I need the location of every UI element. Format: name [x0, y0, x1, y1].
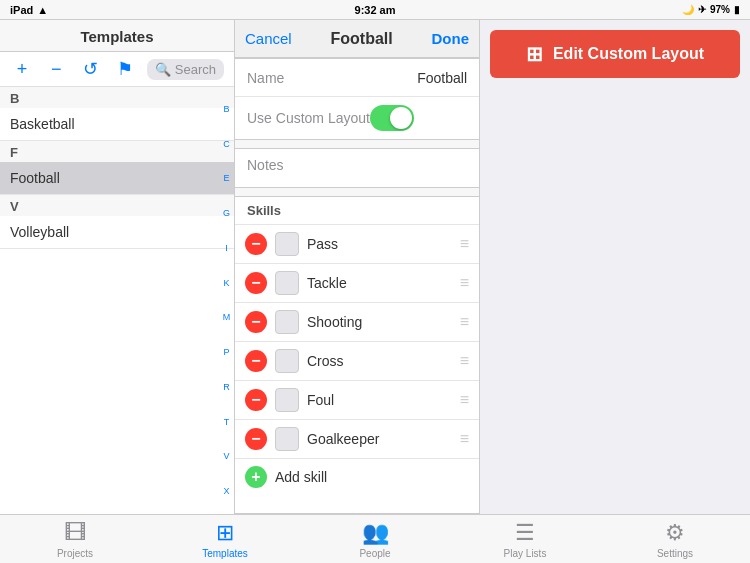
- drag-handle-foul[interactable]: ≡: [460, 391, 469, 409]
- skills-header: Skills: [235, 197, 479, 225]
- tab-templates-label: Templates: [202, 548, 248, 559]
- add-template-button[interactable]: +: [10, 59, 34, 80]
- refresh-button[interactable]: ↺: [78, 58, 102, 80]
- skill-row-shooting: − Shooting ≡: [235, 303, 479, 342]
- skill-color-goalkeeper[interactable]: [275, 427, 299, 451]
- remove-template-button[interactable]: −: [44, 59, 68, 80]
- sidebar-item-volleyball[interactable]: Volleyball: [0, 216, 234, 249]
- skill-color-foul[interactable]: [275, 388, 299, 412]
- skill-name-pass: Pass: [307, 236, 452, 252]
- alpha-b[interactable]: B: [223, 105, 229, 114]
- right-panel: ⊞ Edit Custom Layout: [480, 20, 750, 514]
- search-icon: 🔍: [155, 62, 171, 77]
- add-skill-row[interactable]: + Add skill: [235, 459, 479, 495]
- skill-name-tackle: Tackle: [307, 275, 452, 291]
- settings-icon: ⚙: [665, 520, 685, 546]
- drag-handle-shooting[interactable]: ≡: [460, 313, 469, 331]
- skill-row-pass: − Pass ≡: [235, 225, 479, 264]
- remove-skill-foul-button[interactable]: −: [245, 389, 267, 411]
- alpha-t[interactable]: T: [224, 418, 230, 427]
- skill-name-goalkeeper: Goalkeeper: [307, 431, 452, 447]
- status-time: 9:32 am: [355, 4, 396, 16]
- tab-playlists[interactable]: ☰ Play Lists: [450, 520, 600, 559]
- tab-settings[interactable]: ⚙ Settings: [600, 520, 750, 559]
- done-button[interactable]: Done: [431, 30, 469, 47]
- sidebar-item-football[interactable]: Football: [0, 162, 234, 195]
- alpha-i[interactable]: I: [225, 244, 228, 253]
- name-value[interactable]: Football: [327, 70, 467, 86]
- center-title: Football: [330, 30, 392, 48]
- playlists-icon: ☰: [515, 520, 535, 546]
- search-box[interactable]: 🔍 Search: [147, 59, 224, 80]
- alpha-g[interactable]: G: [223, 209, 230, 218]
- main-area: Templates + − ↺ ⚑ 🔍 Search B Basketball …: [0, 20, 750, 514]
- remove-skill-tackle-button[interactable]: −: [245, 272, 267, 294]
- skills-section: Skills − Pass ≡ − Tackle ≡ − Shooting ≡ …: [235, 196, 479, 514]
- add-skill-button[interactable]: +: [245, 466, 267, 488]
- sidebar-title: Templates: [0, 20, 234, 52]
- alpha-p[interactable]: P: [223, 348, 229, 357]
- skill-name-shooting: Shooting: [307, 314, 452, 330]
- sidebar-item-basketball[interactable]: Basketball: [0, 108, 234, 141]
- sidebar: Templates + − ↺ ⚑ 🔍 Search B Basketball …: [0, 20, 235, 514]
- edit-custom-layout-button[interactable]: ⊞ Edit Custom Layout: [490, 30, 740, 78]
- skill-row-goalkeeper: − Goalkeeper ≡: [235, 420, 479, 459]
- tab-projects-label: Projects: [57, 548, 93, 559]
- remove-skill-goalkeeper-button[interactable]: −: [245, 428, 267, 450]
- toggle-knob: [390, 107, 412, 129]
- alpha-e[interactable]: E: [223, 174, 229, 183]
- wifi-icon: ▲: [37, 4, 48, 16]
- custom-layout-row: Use Custom Layout: [235, 97, 479, 139]
- tab-playlists-label: Play Lists: [504, 548, 547, 559]
- section-header-f: F: [0, 141, 234, 162]
- alpha-x[interactable]: X: [223, 487, 229, 496]
- remove-skill-pass-button[interactable]: −: [245, 233, 267, 255]
- skill-color-tackle[interactable]: [275, 271, 299, 295]
- status-left: iPad ▲: [10, 4, 48, 16]
- center-panel: Cancel Football Done Name Football Use C…: [235, 20, 480, 514]
- drag-handle-goalkeeper[interactable]: ≡: [460, 430, 469, 448]
- add-skill-label: Add skill: [275, 469, 327, 485]
- edit-layout-label: Edit Custom Layout: [553, 45, 704, 63]
- battery-icon: ▮: [734, 4, 740, 15]
- remove-skill-shooting-button[interactable]: −: [245, 311, 267, 333]
- skill-color-shooting[interactable]: [275, 310, 299, 334]
- skill-color-pass[interactable]: [275, 232, 299, 256]
- alpha-r[interactable]: R: [223, 383, 230, 392]
- section-header-b: B: [0, 87, 234, 108]
- alpha-m[interactable]: M: [223, 313, 231, 322]
- status-right: 🌙 ✈ 97% ▮: [682, 4, 740, 15]
- notes-field[interactable]: Notes: [235, 149, 479, 187]
- section-header-v: V: [0, 195, 234, 216]
- skill-color-cross[interactable]: [275, 349, 299, 373]
- moon-icon: 🌙: [682, 4, 694, 15]
- alpha-v[interactable]: V: [223, 452, 229, 461]
- tab-projects[interactable]: 🎞 Projects: [0, 520, 150, 559]
- templates-icon: ⊞: [216, 520, 234, 546]
- cancel-button[interactable]: Cancel: [245, 30, 292, 47]
- remove-skill-cross-button[interactable]: −: [245, 350, 267, 372]
- alpha-index: B C E G I K M P R T V X: [219, 87, 234, 514]
- flag-button[interactable]: ⚑: [113, 58, 137, 80]
- status-bar: iPad ▲ 9:32 am 🌙 ✈ 97% ▮: [0, 0, 750, 20]
- custom-layout-toggle[interactable]: [370, 105, 414, 131]
- alpha-k[interactable]: K: [223, 279, 229, 288]
- drag-handle-tackle[interactable]: ≡: [460, 274, 469, 292]
- skill-row-tackle: − Tackle ≡: [235, 264, 479, 303]
- search-placeholder: Search: [175, 62, 216, 77]
- tab-people-label: People: [359, 548, 390, 559]
- tab-people[interactable]: 👥 People: [300, 520, 450, 559]
- sidebar-list: B Basketball F Football V Volleyball B C…: [0, 87, 234, 514]
- skill-name-foul: Foul: [307, 392, 452, 408]
- notes-section: Notes: [235, 148, 479, 188]
- skill-row-cross: − Cross ≡: [235, 342, 479, 381]
- alpha-c[interactable]: C: [223, 140, 230, 149]
- custom-layout-label: Use Custom Layout: [247, 110, 370, 126]
- name-row: Name Football: [235, 59, 479, 97]
- drag-handle-pass[interactable]: ≡: [460, 235, 469, 253]
- drag-handle-cross[interactable]: ≡: [460, 352, 469, 370]
- tab-templates[interactable]: ⊞ Templates: [150, 520, 300, 559]
- name-label: Name: [247, 70, 327, 86]
- battery-label: 97%: [710, 4, 730, 15]
- skill-name-cross: Cross: [307, 353, 452, 369]
